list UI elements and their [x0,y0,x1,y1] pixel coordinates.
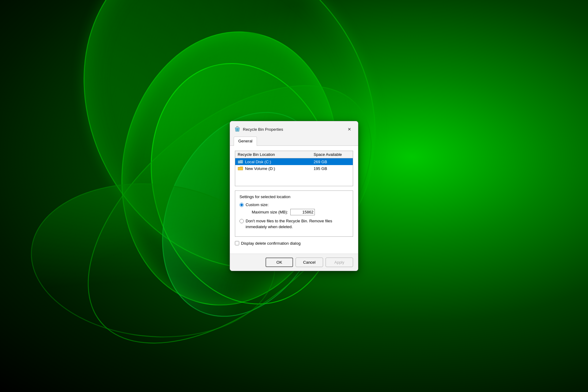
radio-dont-move: Don't move files to the Recycle Bin. Rem… [239,218,349,229]
dont-move-radio[interactable] [239,219,244,223]
tab-general[interactable]: General [234,137,257,146]
drive-d-name: New Volume (D:) [245,166,314,171]
dialog-titlebar: Recycle Bin Properties ✕ [230,121,358,137]
dialog-tabs: General [230,137,358,146]
apply-button[interactable]: Apply [326,258,353,267]
drive-table: Recycle Bin Location Space Available Loc… [235,151,353,186]
checkbox-row: Display delete confirmation dialog [235,241,353,246]
display-confirm-label[interactable]: Display delete confirmation dialog [241,241,300,246]
ok-button[interactable]: OK [266,258,293,267]
folder-c-icon [238,159,243,164]
drive-table-header: Recycle Bin Location Space Available [235,151,353,158]
cancel-button[interactable]: Cancel [296,258,323,267]
settings-title: Settings for selected location [239,194,349,199]
drive-table-body: Local Disk (C:) 269 GB New Volume (D:) 1… [235,158,353,186]
drive-row-c[interactable]: Local Disk (C:) 269 GB [235,158,353,165]
drive-c-name: Local Disk (C:) [245,160,314,164]
folder-d-icon [238,166,243,171]
recycle-bin-properties-dialog: Recycle Bin Properties ✕ General Recycle… [230,121,358,271]
dialog-title: Recycle Bin Properties [243,127,283,132]
custom-size-radio[interactable] [239,203,244,207]
display-confirm-checkbox[interactable] [235,241,239,245]
custom-size-option-content: Custom size: Maximum size (MB): [246,202,315,215]
col-header-space: Space Available [314,152,350,157]
settings-section: Settings for selected location Custom si… [235,190,353,237]
dialog-overlay: Recycle Bin Properties ✕ General Recycle… [0,0,588,392]
dont-move-label[interactable]: Don't move files to the Recycle Bin. Rem… [246,218,349,229]
dialog-footer: OK Cancel Apply [230,254,358,271]
radio-custom-size: Custom size: Maximum size (MB): [239,202,349,215]
col-header-location: Recycle Bin Location [238,152,314,157]
drive-row-d[interactable]: New Volume (D:) 195 GB [235,165,353,172]
max-size-label: Maximum size (MB): [252,210,288,214]
title-left: Recycle Bin Properties [234,126,283,132]
max-size-input[interactable] [290,209,315,215]
dialog-body: Recycle Bin Location Space Available Loc… [230,146,358,254]
drive-d-space: 195 GB [314,166,350,171]
max-size-row: Maximum size (MB): [252,209,315,215]
close-button[interactable]: ✕ [345,125,354,134]
drive-c-space: 269 GB [314,160,350,164]
custom-size-label[interactable]: Custom size: [246,202,269,207]
recycle-bin-icon [234,126,240,132]
